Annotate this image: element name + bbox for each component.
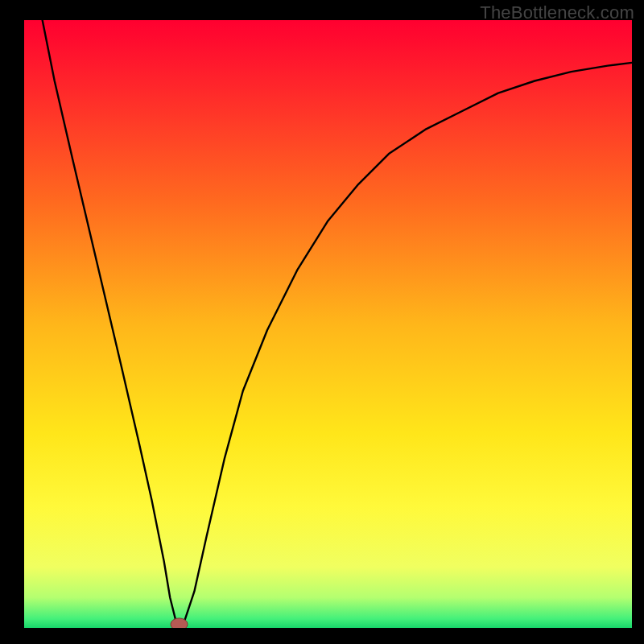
plot-area: [24, 20, 632, 628]
gradient-background: [24, 20, 632, 628]
bottleneck-chart: [24, 20, 632, 628]
watermark-text: TheBottleneck.com: [480, 2, 634, 23]
chart-frame: TheBottleneck.com: [0, 0, 644, 644]
optimum-marker: [171, 618, 188, 628]
